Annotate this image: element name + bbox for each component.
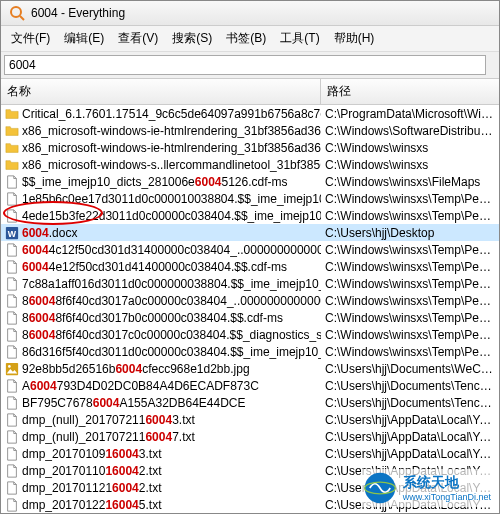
window-title: 6004 - Everything	[31, 6, 125, 20]
file-name-cell: 860048f6f40cd3017a0c00000c038404_..00000…	[1, 294, 321, 308]
table-row[interactable]: 860048f6f40cd3017a0c00000c038404_..00000…	[1, 292, 499, 309]
table-row[interactable]: 60044c12f50cd301d31400000c038404_..00000…	[1, 241, 499, 258]
file-name-cell: x86_microsoft-windows-s..llercommandline…	[1, 158, 321, 172]
svg-point-5	[8, 365, 11, 368]
menu-help[interactable]: 帮助(H)	[328, 28, 381, 49]
file-path-cell: C:\Users\hjj\AppData\Local\Yodao\Des	[321, 413, 499, 427]
app-icon	[9, 5, 25, 21]
file-name-text: dmp_(null)_20170721160043.txt	[22, 413, 195, 427]
watermark-logo-icon	[363, 471, 397, 505]
file-name-text: dmp_(null)_20170721160047.txt	[22, 430, 195, 444]
file-name-cell: 860048f6f40cd3017c0c00000c038404.$$_diag…	[1, 328, 321, 342]
table-row[interactable]: BF795C76786004A155A32DB64E44DCEC:\Users\…	[1, 394, 499, 411]
file-path-cell: C:\Windows\winsxs\Temp\PendingRena	[321, 209, 499, 223]
file-name-text: 860048f6f40cd3017b0c00000c038404.$$.cdf-…	[22, 311, 283, 325]
svg-line-1	[20, 16, 24, 20]
file-name-text: 860048f6f40cd3017a0c00000c038404_..00000…	[22, 294, 321, 308]
file-name-cell: dmp_20170109160043.txt	[1, 447, 321, 461]
file-path-cell: C:\Users\hjj\Documents\Tencent Files\4	[321, 396, 499, 410]
file-name-text: dmp_20170110160042.txt	[22, 464, 161, 478]
file-path-cell: C:\Windows\winsxs\Temp\PendingRena	[321, 294, 499, 308]
menu-file[interactable]: 文件(F)	[5, 28, 56, 49]
file-path-cell: C:\Windows\winsxs\Temp\PendingRena	[321, 345, 499, 359]
file-name-text: 60044e12f50cd301d41400000c038404.$$.cdf-…	[22, 260, 287, 274]
table-row[interactable]: 4ede15b3fe22d3011d0c00000c038404.$$_ime_…	[1, 207, 499, 224]
file-name-text: 7c88a1aff016d3011d0c000000038804.$$_ime_…	[22, 277, 321, 291]
table-row[interactable]: x86_microsoft-windows-s..llercommandline…	[1, 156, 499, 173]
file-path-cell: C:\Windows\winsxs\Temp\PendingRena	[321, 277, 499, 291]
titlebar: 6004 - Everything	[1, 1, 499, 26]
menu-edit[interactable]: 编辑(E)	[58, 28, 110, 49]
table-row[interactable]: 860048f6f40cd3017b0c00000c038404.$$.cdf-…	[1, 309, 499, 326]
file-name-text: dmp_20170112160042.txt	[22, 481, 161, 495]
file-path-cell: C:\Windows\winsxs\FileMaps	[321, 175, 499, 189]
menu-view[interactable]: 查看(V)	[112, 28, 164, 49]
file-name-cell: dmp_(null)_20170721160043.txt	[1, 413, 321, 427]
file-name-cell: dmp_(null)_20170721160047.txt	[1, 430, 321, 444]
table-row[interactable]: 1e85b6c0ee17d3011d0c000010038804.$$_ime_…	[1, 190, 499, 207]
file-name-text: x86_microsoft-windows-ie-htmlrendering_3…	[22, 124, 321, 138]
table-row[interactable]: dmp_(null)_20170721160043.txtC:\Users\hj…	[1, 411, 499, 428]
table-row[interactable]: dmp_(null)_20170721160047.txtC:\Users\hj…	[1, 428, 499, 445]
table-row[interactable]: W6004.docxC:\Users\hjj\Desktop	[1, 224, 499, 241]
file-path-cell: C:\Windows\winsxs	[321, 141, 499, 155]
table-row[interactable]: Critical_6.1.7601.17514_9c6c5de64097a991…	[1, 105, 499, 122]
file-path-cell: C:\Users\hjj\Desktop	[321, 226, 499, 240]
results-list[interactable]: Critical_6.1.7601.17514_9c6c5de64097a991…	[1, 105, 499, 514]
file-name-text: 1e85b6c0ee17d3011d0c000010038804.$$_ime_…	[22, 192, 321, 206]
column-path[interactable]: 路径	[321, 79, 499, 104]
menu-search[interactable]: 搜索(S)	[166, 28, 218, 49]
column-headers: 名称 路径	[1, 79, 499, 105]
file-name-cell: dmp_20170110160042.txt	[1, 464, 321, 478]
file-name-cell: Critical_6.1.7601.17514_9c6c5de64097a991…	[1, 107, 321, 121]
file-name-cell: 860048f6f40cd3017b0c00000c038404.$$.cdf-…	[1, 311, 321, 325]
file-name-cell: $$_ime_imejp10_dicts_281006e60045126.cdf…	[1, 175, 321, 189]
table-row[interactable]: x86_microsoft-windows-ie-htmlrendering_3…	[1, 139, 499, 156]
file-name-cell: 92e8bb5d26516b6004cfecc968e1d2bb.jpg	[1, 362, 321, 376]
file-path-cell: C:\Windows\winsxs	[321, 158, 499, 172]
table-row[interactable]: 60044e12f50cd301d41400000c038404.$$.cdf-…	[1, 258, 499, 275]
file-name-cell: 1e85b6c0ee17d3011d0c000010038804.$$_ime_…	[1, 192, 321, 206]
file-path-cell: C:\Windows\winsxs\Temp\PendingRena	[321, 311, 499, 325]
file-path-cell: C:\Windows\winsxs\Temp\PendingRena	[321, 328, 499, 342]
table-row[interactable]: dmp_20170109160043.txtC:\Users\hjj\AppDa…	[1, 445, 499, 462]
file-name-text: Critical_6.1.7601.17514_9c6c5de64097a991…	[22, 107, 321, 121]
file-path-cell: C:\Windows\winsxs\Temp\PendingRena	[321, 192, 499, 206]
file-name-text: $$_ime_imejp10_dicts_281006e60045126.cdf…	[22, 175, 288, 189]
table-row[interactable]: A6004793D4D02DC0B84A4D6ECADF873CC:\Users…	[1, 377, 499, 394]
table-row[interactable]: 86d316f5f40cd3011d0c00000c038404.$$_ime_…	[1, 343, 499, 360]
watermark-title: 系统天地	[403, 474, 491, 492]
file-path-cell: C:\ProgramData\Microsoft\Windows\	[321, 107, 499, 121]
table-row[interactable]: 860048f6f40cd3017c0c00000c038404.$$_diag…	[1, 326, 499, 343]
file-name-cell: A6004793D4D02DC0B84A4D6ECADF873C	[1, 379, 321, 393]
menu-tools[interactable]: 工具(T)	[274, 28, 325, 49]
file-name-cell: dmp_20170112160042.txt	[1, 481, 321, 495]
file-path-cell: C:\Windows\winsxs\Temp\PendingRena	[321, 243, 499, 257]
file-name-cell: 86d316f5f40cd3011d0c00000c038404.$$_ime_…	[1, 345, 321, 359]
searchbar	[1, 52, 499, 79]
file-path-cell: C:\Users\hjj\Documents\WeChat Files\h	[321, 362, 499, 376]
file-name-text: dmp_20170109160043.txt	[22, 447, 161, 461]
file-name-text: 4ede15b3fe22d3011d0c00000c038404.$$_ime_…	[22, 209, 321, 223]
menubar: 文件(F) 编辑(E) 查看(V) 搜索(S) 书签(B) 工具(T) 帮助(H…	[1, 26, 499, 52]
table-row[interactable]: 92e8bb5d26516b6004cfecc968e1d2bb.jpgC:\U…	[1, 360, 499, 377]
table-row[interactable]: 7c88a1aff016d3011d0c000000038804.$$_ime_…	[1, 275, 499, 292]
file-path-cell: C:\Users\hjj\Documents\Tencent Files\4	[321, 379, 499, 393]
file-name-text: 860048f6f40cd3017c0c00000c038404.$$_diag…	[22, 328, 321, 342]
file-name-text: 6004.docx	[22, 226, 77, 240]
svg-point-0	[11, 7, 21, 17]
file-path-cell: C:\Users\hjj\AppData\Local\Yodao\Des	[321, 447, 499, 461]
column-name[interactable]: 名称	[1, 79, 321, 104]
file-name-cell: x86_microsoft-windows-ie-htmlrendering_3…	[1, 124, 321, 138]
file-name-cell: BF795C76786004A155A32DB64E44DCE	[1, 396, 321, 410]
file-name-text: 92e8bb5d26516b6004cfecc968e1d2bb.jpg	[22, 362, 250, 376]
search-input[interactable]	[4, 55, 486, 75]
watermark: 系统天地 www.xiTongTianDi.net	[361, 469, 493, 507]
file-name-text: 60044c12f50cd301d31400000c038404_..00000…	[22, 243, 321, 257]
watermark-url: www.xiTongTianDi.net	[403, 492, 491, 502]
file-name-text: A6004793D4D02DC0B84A4D6ECADF873C	[22, 379, 259, 393]
table-row[interactable]: $$_ime_imejp10_dicts_281006e60045126.cdf…	[1, 173, 499, 190]
file-name-cell: x86_microsoft-windows-ie-htmlrendering_3…	[1, 141, 321, 155]
table-row[interactable]: x86_microsoft-windows-ie-htmlrendering_3…	[1, 122, 499, 139]
menu-bookmarks[interactable]: 书签(B)	[220, 28, 272, 49]
